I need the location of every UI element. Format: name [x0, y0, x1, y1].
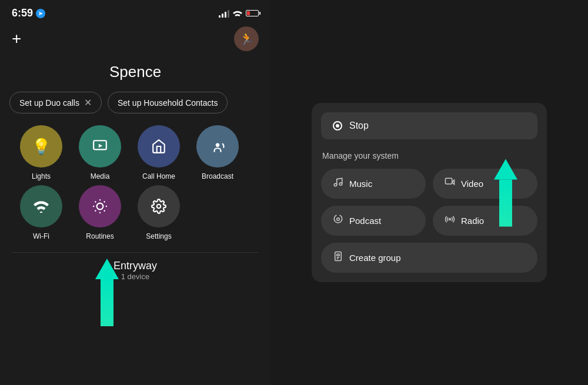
signal-icon	[219, 9, 229, 18]
location-section: Entryway 1 device	[0, 260, 270, 282]
household-label: Set up Household Contacts	[118, 98, 218, 108]
avatar[interactable]: 🏃	[234, 26, 259, 51]
media-icon	[79, 125, 121, 168]
location-icon: ➤	[36, 9, 45, 18]
time-text: 6:59	[12, 7, 33, 19]
divider	[12, 252, 259, 253]
status-icons	[219, 9, 259, 18]
battery-icon	[246, 10, 259, 16]
settings-label: Settings	[146, 232, 171, 240]
media-label: Media	[91, 172, 110, 180]
stop-label: Stop	[349, 120, 369, 131]
phone-panel: 6:59 ➤ + 🏃 Spence Set up Duo calls ✕	[0, 0, 270, 385]
svg-line-10	[95, 210, 96, 212]
lights-label: Lights	[32, 172, 51, 180]
grid-row-2: Wi-Fi Routines	[12, 185, 259, 240]
callhome-icon	[138, 125, 180, 168]
grid-item-callhome[interactable]: Call Home	[135, 125, 182, 180]
duo-calls-label: Set up Duo calls	[19, 98, 79, 108]
arrow-indicator-right	[494, 159, 517, 226]
broadcast-label: Broadcast	[202, 172, 233, 180]
routines-icon	[79, 185, 121, 227]
setup-pills: Set up Duo calls ✕ Set up Household Cont…	[0, 92, 270, 125]
routines-label: Routines	[86, 232, 113, 240]
video-button[interactable]: Video	[433, 169, 537, 199]
grid-item-settings[interactable]: Settings	[135, 185, 182, 240]
svg-line-6	[95, 202, 96, 203]
grid-item-wifi[interactable]: Wi-Fi	[18, 185, 65, 240]
svg-point-18	[449, 219, 451, 220]
video-icon	[445, 177, 455, 190]
svg-point-3	[97, 203, 103, 210]
create-group-button[interactable]: Create group	[321, 243, 537, 273]
svg-line-11	[104, 202, 105, 203]
broadcast-icon	[196, 125, 239, 168]
radio-button[interactable]: Radio	[433, 206, 537, 236]
household-pill[interactable]: Set up Household Contacts	[108, 92, 228, 113]
stop-row[interactable]: Stop	[321, 112, 537, 139]
user-name: Spence	[0, 57, 270, 92]
music-button[interactable]: Music	[321, 169, 426, 199]
grid-item-broadcast[interactable]: Broadcast	[194, 125, 241, 180]
music-label: Music	[349, 179, 372, 189]
grid-row-1: 💡 Lights Media	[12, 125, 259, 180]
arrow-indicator-left	[95, 259, 119, 326]
create-group-icon	[333, 251, 343, 265]
grid-item-media[interactable]: Media	[76, 125, 123, 180]
duo-calls-close[interactable]: ✕	[84, 97, 92, 108]
svg-rect-20	[337, 254, 340, 256]
radio-icon	[445, 214, 455, 227]
svg-point-13	[334, 183, 337, 186]
grid-item-lights[interactable]: 💡 Lights	[18, 125, 65, 180]
wifi-status-icon	[233, 9, 242, 18]
top-actions: + 🏃	[0, 24, 270, 57]
lights-icon: 💡	[20, 125, 62, 168]
duo-calls-pill[interactable]: Set up Duo calls ✕	[9, 92, 102, 113]
right-panel: Stop Manage your system Music	[270, 0, 588, 385]
location-name: Entryway	[0, 260, 270, 272]
svg-rect-15	[446, 178, 452, 184]
stop-radio-icon	[333, 121, 342, 130]
wifi-label: Wi-Fi	[33, 232, 49, 240]
svg-point-12	[157, 205, 161, 209]
svg-marker-1	[99, 144, 103, 148]
grid-section: 💡 Lights Media	[0, 125, 270, 240]
podcast-icon	[333, 214, 343, 227]
wifi-icon	[20, 185, 62, 227]
video-label: Video	[461, 179, 483, 189]
add-button[interactable]: +	[12, 31, 21, 47]
svg-point-2	[216, 143, 220, 148]
callhome-label: Call Home	[142, 172, 175, 180]
status-bar: 6:59 ➤	[0, 0, 270, 24]
grid-item-routines[interactable]: Routines	[76, 185, 123, 240]
music-icon	[333, 177, 343, 190]
svg-point-17	[337, 218, 340, 221]
podcast-label: Podcast	[349, 216, 381, 226]
svg-point-14	[339, 183, 342, 186]
radio-label: Radio	[461, 216, 484, 226]
svg-line-7	[104, 210, 105, 212]
podcast-button[interactable]: Podcast	[321, 206, 426, 236]
location-devices: 1 device	[0, 272, 270, 281]
time-display: 6:59 ➤	[12, 7, 45, 19]
settings-icon	[138, 185, 180, 227]
create-group-label: Create group	[349, 253, 401, 263]
